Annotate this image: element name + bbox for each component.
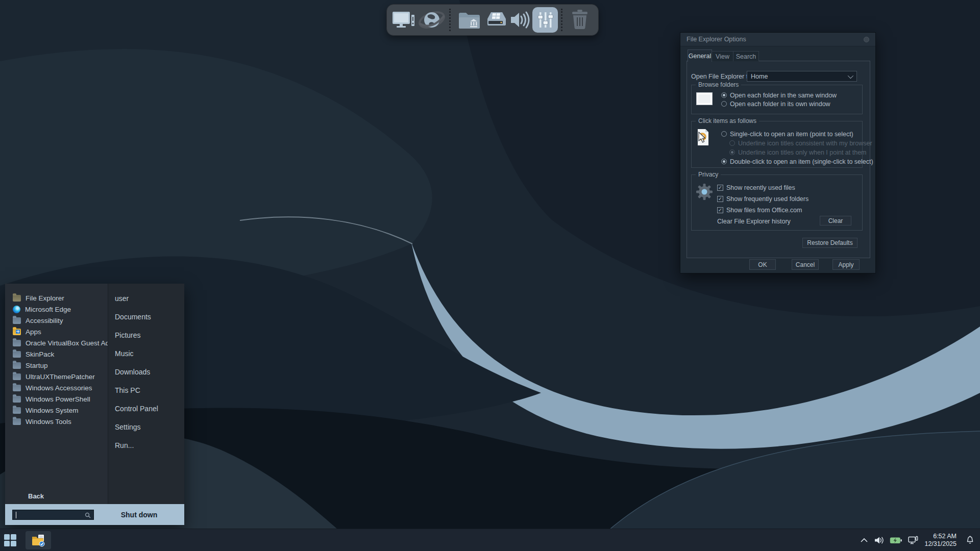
start-menu: File Explorer Microsoft Edge Accessibili… [5, 284, 184, 525]
start-menu-item-pictures[interactable]: Pictures [108, 326, 184, 344]
volume-icon [511, 10, 531, 30]
close-icon[interactable] [864, 37, 869, 42]
radio-underline-point: Underline icon titles only when I point … [729, 148, 867, 156]
start-menu-item-virtualbox[interactable]: Oracle VirtualBox Guest Additi... [5, 337, 108, 348]
start-menu-item-microsoft-edge[interactable]: Microsoft Edge [5, 304, 108, 315]
mouse-cursor [698, 132, 707, 144]
start-menu-item-downloads[interactable]: Downloads [108, 363, 184, 381]
dock-separator [449, 9, 453, 31]
radio-own-window[interactable]: Open each folder in its own window [721, 100, 830, 108]
file-explorer-options-dialog: File Explorer Options General View Searc… [680, 32, 876, 273]
search-icon [85, 512, 91, 518]
radio-double-click[interactable]: Double-click to open an item (single-cli… [721, 158, 873, 165]
radio-icon [721, 131, 727, 137]
start-menu-item-accessibility[interactable]: Accessibility [5, 315, 108, 326]
dock-item-documents-folder[interactable] [456, 6, 483, 34]
dock-item-recycle-bin[interactable] [568, 6, 594, 34]
start-menu-item-file-explorer[interactable]: File Explorer [5, 292, 108, 304]
start-menu-item-user[interactable]: user [108, 289, 184, 308]
system-drive-icon [484, 10, 509, 30]
dialog-title: File Explorer Options [687, 36, 746, 43]
tab-search[interactable]: Search [733, 51, 759, 61]
restore-defaults-button[interactable]: Restore Defaults [802, 238, 857, 248]
folder-icon [13, 385, 21, 391]
text-caret [16, 512, 16, 518]
click-items-group: Click items as follows Single-click to o… [691, 121, 863, 168]
back-button[interactable]: Back [28, 492, 44, 500]
radio-icon [729, 140, 735, 146]
start-menu-item-apps[interactable]: Apps [5, 326, 108, 337]
start-menu-item-windows-tools[interactable]: Windows Tools [5, 416, 108, 427]
start-menu-item-control-panel[interactable]: Control Panel [108, 399, 184, 418]
start-menu-item-windows-powershell[interactable]: Windows PowerShell [5, 393, 108, 405]
display-icon[interactable] [908, 536, 919, 545]
folder-icon [13, 373, 21, 380]
dock-item-system-drive[interactable] [483, 6, 510, 34]
folder-icon [13, 317, 21, 324]
open-to-select[interactable]: Home [747, 71, 857, 82]
start-menu-item-this-pc[interactable]: This PC [108, 381, 184, 399]
apply-button[interactable]: Apply [832, 259, 860, 270]
desktop: File Explorer Options General View Searc… [0, 0, 980, 551]
app-grid-icon [16, 330, 20, 334]
start-menu-item-skinpack[interactable]: SkinPack [5, 348, 108, 360]
recycle-bin-icon [571, 9, 591, 31]
folder-icon [13, 329, 21, 335]
start-button[interactable] [4, 534, 16, 546]
radio-icon [721, 159, 727, 164]
tab-general[interactable]: General [688, 49, 712, 62]
checkbox-icon: ✓ [717, 185, 723, 191]
start-menu-programs-column: File Explorer Microsoft Edge Accessibili… [5, 284, 108, 504]
volume-icon[interactable] [874, 536, 884, 545]
start-menu-places-column: user Documents Pictures Music Downloads … [108, 284, 184, 504]
chevron-down-icon [848, 72, 853, 78]
clear-button[interactable]: Clear [820, 216, 851, 226]
dock-item-network[interactable] [418, 6, 446, 34]
chevron-up-icon[interactable] [860, 537, 869, 544]
checkbox-recent-files[interactable]: ✓Show recently used files [717, 184, 795, 191]
checkbox-frequent-folders[interactable]: ✓Show frequently used folders [717, 195, 808, 203]
dialog-titlebar[interactable]: File Explorer Options [680, 33, 875, 46]
start-menu-item-run[interactable]: Run... [108, 436, 184, 455]
desktop-dock [386, 4, 599, 36]
gear-icon [696, 182, 713, 202]
radio-same-window[interactable]: Open each folder in the same window [721, 91, 837, 99]
clock-date: 12/31/2025 [924, 540, 957, 548]
start-menu-item-ultrauxthemepatcher[interactable]: UltraUXThemePatcher [5, 371, 108, 382]
folder-icon [13, 362, 21, 369]
shut-down-button[interactable]: Shut down [94, 511, 184, 519]
start-menu-item-windows-accessories[interactable]: Windows Accessories [5, 382, 108, 393]
start-menu-bottom-bar: Shut down [5, 504, 184, 525]
general-tab-panel: Open File Explorer to: Home Browse folde… [687, 61, 870, 258]
search-input[interactable] [13, 510, 93, 519]
folder-options-icon [32, 534, 45, 547]
ok-button[interactable]: OK [749, 259, 776, 270]
dock-item-computer[interactable] [391, 6, 418, 34]
notifications-bell-icon[interactable] [965, 535, 975, 545]
clear-history-label: Clear File Explorer history [717, 217, 791, 225]
checkbox-icon: ✓ [717, 207, 723, 213]
documents-folder-icon [458, 10, 481, 30]
cancel-button[interactable]: Cancel [792, 259, 819, 270]
folder-icon [13, 396, 21, 403]
dock-item-volume[interactable] [510, 6, 532, 34]
start-menu-item-settings[interactable]: Settings [108, 418, 184, 436]
start-menu-item-windows-system[interactable]: Windows System [5, 405, 108, 416]
start-search-box[interactable] [12, 510, 94, 520]
browse-window-icon [697, 93, 712, 105]
start-menu-item-documents[interactable]: Documents [108, 308, 184, 326]
taskbar: 6:52 AM 12/31/2025 [0, 529, 980, 551]
radio-icon [729, 149, 735, 155]
start-menu-item-startup[interactable]: Startup [5, 360, 108, 371]
taskbar-app-folder-options[interactable] [26, 531, 51, 549]
windows-logo-icon [4, 534, 16, 546]
battery-charging-icon[interactable] [890, 536, 902, 545]
tab-view[interactable]: View [712, 51, 733, 61]
radio-single-click[interactable]: Single-click to open an item (point to s… [721, 130, 853, 138]
dock-item-settings-sliders[interactable] [532, 7, 558, 33]
taskbar-clock[interactable]: 6:52 AM 12/31/2025 [924, 533, 957, 548]
radio-underline-browser: Underline icon titles consistent with my… [729, 139, 872, 147]
checkbox-office-files[interactable]: ✓Show files from Office.com [717, 206, 802, 214]
settings-sliders-icon [534, 9, 556, 31]
start-menu-item-music[interactable]: Music [108, 344, 184, 363]
